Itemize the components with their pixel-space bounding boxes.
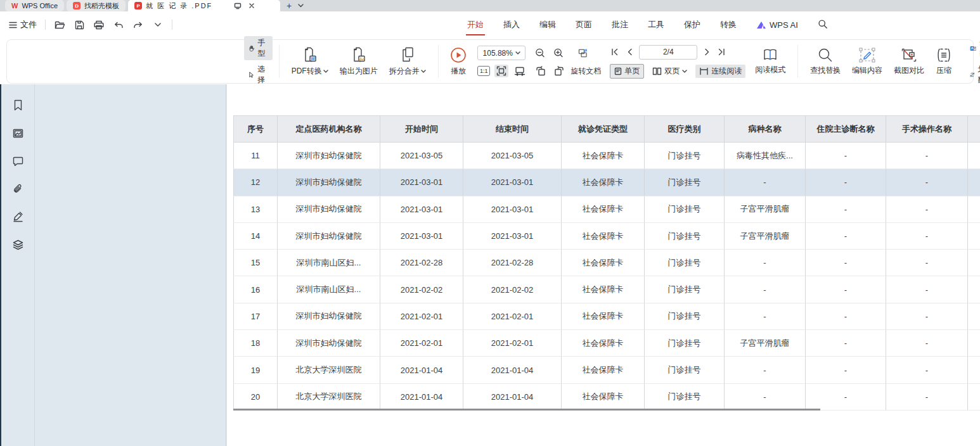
rotate-right-icon[interactable] xyxy=(552,65,566,77)
find-replace-button[interactable]: 查找替换 xyxy=(804,48,846,76)
table-row[interactable]: 16深圳市南山区妇...2021-02-022021-02-02社会保障卡门诊挂… xyxy=(233,276,980,303)
table-cell: 北京大学深圳医院 xyxy=(278,357,380,383)
menu-protect[interactable]: 保护 xyxy=(684,19,700,30)
print-icon[interactable] xyxy=(93,19,105,30)
read-mode-button[interactable]: 阅读模式 xyxy=(749,48,791,75)
table-cell: 19 xyxy=(233,357,278,383)
close-tab-icon[interactable] xyxy=(247,1,257,11)
page-indicator-field[interactable]: 2/4 xyxy=(639,45,697,60)
table-cell: - xyxy=(886,303,968,330)
table-row[interactable]: 11深圳市妇幼保健院2021-03-052021-03-05社会保障卡门诊挂号病… xyxy=(233,143,980,169)
fit-page-icon[interactable] xyxy=(494,65,508,77)
table-cell: 子宫平滑肌瘤 xyxy=(725,223,806,250)
split-merge-button[interactable]: 拆分合并 xyxy=(384,47,432,77)
pdf-convert-button[interactable]: W PDF转换 xyxy=(286,47,334,77)
continuous-read-button[interactable]: 连续阅读 xyxy=(695,65,745,78)
split-merge-label: 拆分合并 xyxy=(389,66,420,77)
wps-ai-button[interactable]: WPS AI xyxy=(756,20,798,30)
file-menu-button[interactable]: 文件 xyxy=(9,19,37,30)
next-page-icon[interactable] xyxy=(702,47,712,57)
table-cell: 社会保障卡 xyxy=(562,250,645,276)
table-cell: 2021-03-05 xyxy=(463,143,562,169)
menu-page[interactable]: 页面 xyxy=(576,19,592,30)
table-row[interactable]: 14深圳市妇幼保健院2021-03-012021-03-01社会保障卡门诊挂号子… xyxy=(233,223,980,250)
table-row[interactable]: 12深圳市妇幼保健院2021-03-012021-03-01社会保障卡门诊挂号-… xyxy=(233,169,980,196)
toolbar-panel: 手型 选择 W PDF转换 输出为图片 拆分合并 xyxy=(6,39,974,84)
new-tab-button[interactable]: + xyxy=(283,0,295,11)
select-tool-button[interactable]: 选择 xyxy=(244,63,273,87)
table-cell: 2021-03-01 xyxy=(463,223,562,250)
table-row[interactable]: 19北京大学深圳医院2021-01-042021-01-04社会保障卡门诊挂号-… xyxy=(233,357,980,383)
double-page-icon xyxy=(652,67,662,75)
rotate-pages-icon[interactable] xyxy=(578,48,588,58)
compress-button[interactable]: 压缩 xyxy=(930,48,958,76)
rotate-doc-label[interactable]: 旋转文档 xyxy=(571,66,601,77)
save-icon[interactable] xyxy=(74,19,85,30)
detach-window-icon[interactable] xyxy=(233,1,243,11)
table-cell: 深圳市妇幼保健院 xyxy=(278,303,380,330)
table-row[interactable]: 13深圳市妇幼保健院2021-03-012021-03-01社会保障卡门诊挂号子… xyxy=(233,196,980,223)
thumbnail-icon[interactable] xyxy=(11,126,25,140)
table-cell: - xyxy=(725,303,806,330)
hand-tool-button[interactable]: 手型 xyxy=(244,36,273,60)
table-cell: - xyxy=(725,357,806,383)
menu-annotate[interactable]: 批注 xyxy=(612,19,628,30)
column-header: 手术操作名称 xyxy=(886,115,968,143)
layers-icon[interactable] xyxy=(11,238,25,252)
tab-docer-templates[interactable]: D 找稻壳模板 xyxy=(67,0,126,11)
menu-convert[interactable]: 转换 xyxy=(720,19,737,30)
table-cell: 深圳市妇幼保健院 xyxy=(278,143,380,169)
export-image-button[interactable]: 输出为图片 xyxy=(334,47,384,77)
rotate-left-icon[interactable] xyxy=(534,65,548,77)
prev-page-icon[interactable] xyxy=(624,47,635,57)
menu-tools[interactable]: 工具 xyxy=(648,19,664,30)
screenshot-compare-button[interactable]: 截图对比 xyxy=(888,48,930,76)
word-translate-button[interactable]: 文 划词翻译 xyxy=(965,63,980,87)
more-tools-chevron-icon[interactable] xyxy=(152,19,164,30)
zoom-out-icon[interactable] xyxy=(535,48,545,58)
open-folder-icon[interactable] xyxy=(54,19,65,30)
single-page-button[interactable]: 单页 xyxy=(610,64,644,79)
menu-edit[interactable]: 编辑 xyxy=(539,19,556,30)
tab-list-chevron-icon[interactable] xyxy=(295,0,306,11)
play-button[interactable]: 播放 xyxy=(444,47,472,77)
single-page-icon xyxy=(614,67,622,75)
edit-content-button[interactable]: 编辑内容 xyxy=(846,48,888,76)
attachment-icon[interactable] xyxy=(11,182,25,196)
screenshot-compare-icon xyxy=(901,48,917,63)
table-cell: 门诊挂号 xyxy=(645,196,725,223)
tab-document[interactable]: P 就 医 记 录 .PDF xyxy=(128,0,280,11)
table-cell: 社会保障卡 xyxy=(562,143,645,169)
table-row[interactable]: 20北京大学深圳医院2021-01-042021-01-04社会保障卡门诊挂号-… xyxy=(233,384,980,411)
zoom-in-icon[interactable] xyxy=(553,48,564,58)
medical-records-table: 序号定点医药机构名称开始时间结束时间就诊凭证类型医疗类别病种名称住院主诊断名称手… xyxy=(233,115,980,411)
table-cell: - xyxy=(806,250,886,276)
bookmark-icon[interactable] xyxy=(11,98,25,112)
zoom-level-field[interactable]: 105.88% xyxy=(477,46,525,60)
wps-logo-icon: W xyxy=(11,2,18,10)
first-page-icon[interactable] xyxy=(610,47,620,57)
fit-width-icon[interactable] xyxy=(513,65,527,77)
comment-icon[interactable] xyxy=(11,154,25,168)
tab-wps-office[interactable]: W WPS Office xyxy=(5,0,64,11)
play-label: 播放 xyxy=(451,66,466,77)
undo-icon[interactable] xyxy=(113,19,124,30)
table-cell: 社会保障卡 xyxy=(562,303,645,330)
full-translate-button[interactable]: A 全文翻译 xyxy=(965,36,980,60)
read-mode-icon xyxy=(763,48,778,62)
actual-size-button[interactable]: 1:1 xyxy=(477,66,490,76)
menu-home[interactable]: 开始 xyxy=(467,19,484,30)
menu-insert[interactable]: 插入 xyxy=(503,19,520,30)
search-icon[interactable] xyxy=(818,19,829,30)
signature-icon[interactable] xyxy=(11,210,25,224)
double-page-button[interactable]: 双页 xyxy=(648,65,691,78)
redo-icon[interactable] xyxy=(132,19,144,30)
last-page-icon[interactable] xyxy=(716,47,726,57)
table-cell xyxy=(968,250,980,276)
table-row[interactable]: 15深圳市南山区妇...2021-02-282021-02-28社会保障卡门诊挂… xyxy=(233,250,980,276)
table-row[interactable]: 18深圳市妇幼保健院2021-02-012021-02-01社会保障卡门诊挂号子… xyxy=(233,330,980,357)
zoom-value: 105.88% xyxy=(483,49,513,58)
tab-bar: W WPS Office D 找稻壳模板 P 就 医 记 录 .PDF + xyxy=(0,0,980,11)
table-cell: 17 xyxy=(233,303,278,330)
table-row[interactable]: 17深圳市妇幼保健院2021-02-012021-02-01社会保障卡门诊挂号-… xyxy=(233,303,980,330)
